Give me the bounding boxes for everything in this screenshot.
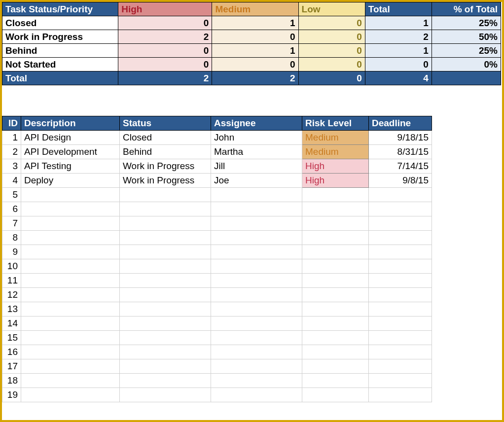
cell-deadline[interactable]	[369, 302, 432, 316]
summary-cell[interactable]: 0	[298, 58, 365, 71]
summary-cell[interactable]: 0	[118, 44, 212, 58]
cell-risk[interactable]	[302, 188, 369, 202]
cell-status[interactable]	[120, 231, 211, 245]
summary-cell[interactable]: 4	[365, 71, 432, 85]
cell-risk[interactable]	[302, 245, 369, 259]
summary-cell[interactable]: 0	[298, 44, 365, 58]
cell-description[interactable]	[21, 359, 120, 374]
cell-deadline[interactable]: 8/31/15	[369, 145, 432, 159]
cell-risk[interactable]	[302, 359, 369, 374]
cell-description[interactable]	[21, 231, 120, 245]
cell-description[interactable]	[21, 302, 120, 316]
cell-deadline[interactable]	[369, 202, 432, 216]
cell-assignee[interactable]: Martha	[211, 145, 302, 159]
cell-status[interactable]	[120, 274, 211, 288]
cell-assignee[interactable]	[211, 345, 302, 359]
summary-cell[interactable]: 2	[118, 71, 212, 85]
priority-header-medium[interactable]: Medium	[212, 2, 298, 16]
cell-status[interactable]	[120, 316, 211, 331]
cell-deadline[interactable]	[369, 316, 432, 331]
cell-status[interactable]	[120, 245, 211, 259]
cell-id[interactable]: 17	[2, 359, 21, 374]
cell-id[interactable]: 3	[2, 159, 21, 174]
status-label[interactable]: Closed	[2, 16, 118, 30]
summary-cell[interactable]: 0	[298, 30, 365, 44]
cell-description[interactable]	[21, 202, 120, 216]
summary-cell[interactable]: 50%	[432, 30, 501, 44]
cell-deadline[interactable]	[369, 359, 432, 374]
cell-description[interactable]	[21, 316, 120, 331]
cell-status[interactable]	[120, 331, 211, 345]
cell-risk[interactable]	[302, 331, 369, 345]
cell-deadline[interactable]: 9/18/15	[369, 131, 432, 145]
cell-deadline[interactable]	[369, 231, 432, 245]
cell-status[interactable]	[120, 374, 211, 388]
cell-risk[interactable]	[302, 231, 369, 245]
cell-deadline[interactable]: 7/14/15	[369, 159, 432, 174]
summary-cell[interactable]: 0	[365, 58, 432, 71]
cell-id[interactable]: 4	[2, 174, 21, 188]
cell-description[interactable]	[21, 388, 120, 402]
status-label[interactable]: Not Started	[2, 58, 118, 71]
summary-cell[interactable]: 1	[365, 16, 432, 30]
cell-deadline[interactable]	[369, 388, 432, 402]
col-header-assignee[interactable]: Assignee	[211, 116, 302, 131]
summary-cell[interactable]: 1	[212, 16, 298, 30]
col-header-status[interactable]: Status	[120, 116, 211, 131]
cell-risk[interactable]	[302, 374, 369, 388]
summary-cell[interactable]: 2	[365, 30, 432, 44]
cell-status[interactable]	[120, 359, 211, 374]
cell-deadline[interactable]	[369, 288, 432, 302]
cell-risk[interactable]: Medium	[302, 145, 369, 159]
cell-assignee[interactable]	[211, 374, 302, 388]
cell-assignee[interactable]	[211, 302, 302, 316]
cell-description[interactable]	[21, 188, 120, 202]
cell-status[interactable]	[120, 188, 211, 202]
pct-header[interactable]: % of Total	[432, 2, 501, 16]
summary-cell[interactable]: 0	[298, 71, 365, 85]
summary-cell[interactable]	[432, 71, 501, 85]
cell-assignee[interactable]	[211, 288, 302, 302]
summary-cell[interactable]: 2	[118, 30, 212, 44]
cell-risk[interactable]	[302, 302, 369, 316]
cell-description[interactable]	[21, 345, 120, 359]
cell-assignee[interactable]	[211, 316, 302, 331]
summary-cell[interactable]: 25%	[432, 16, 501, 30]
priority-header-low[interactable]: Low	[298, 2, 365, 16]
cell-id[interactable]: 13	[2, 302, 21, 316]
cell-risk[interactable]	[302, 288, 369, 302]
cell-status[interactable]	[120, 288, 211, 302]
summary-cell[interactable]: 25%	[432, 44, 501, 58]
cell-risk[interactable]	[302, 274, 369, 288]
cell-description[interactable]	[21, 216, 120, 231]
cell-assignee[interactable]	[211, 274, 302, 288]
cell-description[interactable]: API Design	[21, 131, 120, 145]
cell-description[interactable]	[21, 374, 120, 388]
cell-deadline[interactable]	[369, 216, 432, 231]
cell-description[interactable]	[21, 288, 120, 302]
cell-assignee[interactable]: Joe	[211, 174, 302, 188]
cell-status[interactable]	[120, 388, 211, 402]
summary-cell[interactable]: 0	[118, 58, 212, 71]
cell-assignee[interactable]: Jill	[211, 159, 302, 174]
cell-status[interactable]	[120, 202, 211, 216]
col-header-id[interactable]: ID	[2, 116, 21, 131]
cell-id[interactable]: 15	[2, 331, 21, 345]
summary-cell[interactable]: 1	[365, 44, 432, 58]
cell-id[interactable]: 9	[2, 245, 21, 259]
total-label[interactable]: Total	[2, 71, 118, 85]
cell-id[interactable]: 11	[2, 274, 21, 288]
cell-deadline[interactable]	[369, 331, 432, 345]
cell-assignee[interactable]	[211, 388, 302, 402]
cell-id[interactable]: 14	[2, 316, 21, 331]
cell-id[interactable]: 7	[2, 216, 21, 231]
status-label[interactable]: Behind	[2, 44, 118, 58]
summary-cell[interactable]: 2	[212, 71, 298, 85]
cell-status[interactable]	[120, 259, 211, 274]
cell-risk[interactable]: Medium	[302, 131, 369, 145]
priority-header-high[interactable]: High	[118, 2, 212, 16]
cell-risk[interactable]	[302, 388, 369, 402]
status-label[interactable]: Work in Progress	[2, 30, 118, 44]
cell-risk[interactable]	[302, 259, 369, 274]
cell-status[interactable]	[120, 216, 211, 231]
